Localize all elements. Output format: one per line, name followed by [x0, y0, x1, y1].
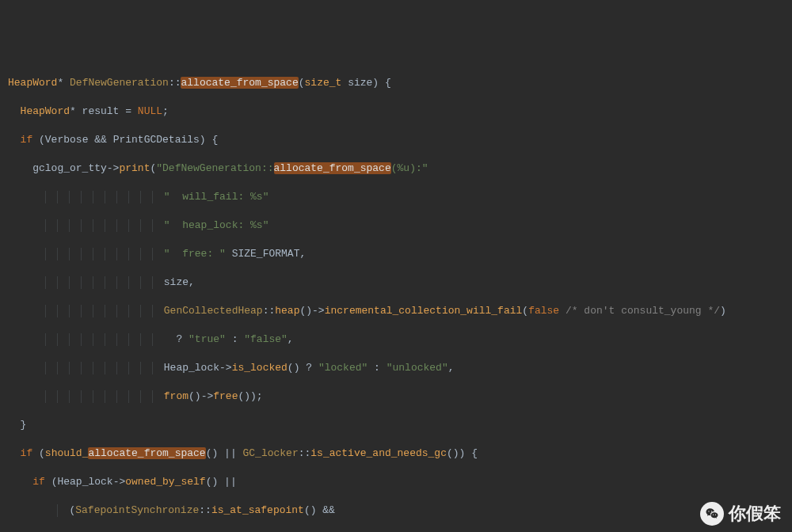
- code-line: HeapWord* DefNewGeneration::allocate_fro…: [8, 76, 784, 90]
- code-line: GenCollectedHeap::heap()->incremental_co…: [8, 304, 784, 318]
- code-line: ? "true" : "false",: [8, 332, 784, 347]
- code-line: Heap_lock->is_locked() ? "locked" : "unl…: [8, 361, 784, 375]
- code-block: HeapWord* DefNewGeneration::allocate_fro…: [8, 62, 784, 532]
- code-line: from()->free());: [8, 390, 784, 404]
- code-line: }: [8, 418, 784, 432]
- code-line: gclog_or_tty->print("DefNewGeneration::a…: [8, 162, 784, 176]
- code-line: if (Heap_lock->owned_by_self() ||: [8, 475, 784, 489]
- code-line: if (should_allocate_from_space() || GC_l…: [8, 446, 784, 461]
- code-line: size,: [8, 276, 784, 290]
- code-line: HeapWord* result = NULL;: [8, 104, 784, 119]
- code-line: " free: " SIZE_FORMAT,: [8, 247, 784, 261]
- code-line: " will_fail: %s": [8, 190, 784, 204]
- code-line: if (Verbose && PrintGCDetails) {: [8, 133, 784, 147]
- code-line: (SafepointSynchronize::is_at_safepoint()…: [8, 504, 784, 518]
- code-line: " heap_lock: %s": [8, 218, 784, 233]
